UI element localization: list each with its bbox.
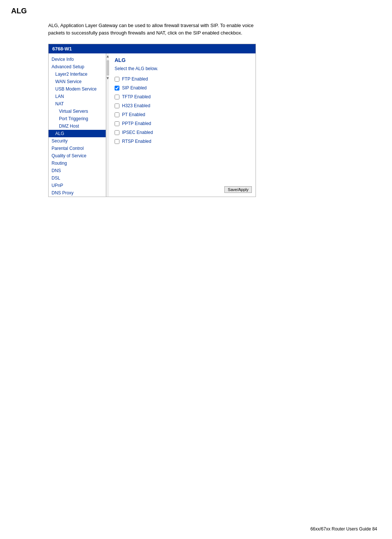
sidebar-item-quality-of-service[interactable]: Quality of Service <box>49 152 106 160</box>
checkbox-label-pt-enabled: PT Enabled <box>122 112 145 117</box>
main-content: ALG Select the ALG below. FTP EnabledSIP… <box>109 53 256 197</box>
content-subtitle: Select the ALG below. <box>115 66 250 71</box>
sidebar-item-device-info[interactable]: Device Info <box>49 56 106 63</box>
checkbox-label-ftp-enabled: FTP Enabled <box>122 76 148 82</box>
sidebar-item-dns-proxy[interactable]: DNS Proxy <box>49 189 106 197</box>
checkbox-row-pptp-enabled: PPTP Enabled <box>115 121 250 126</box>
router-header: 6768-W1 <box>49 44 256 53</box>
sidebar-item-advanced-setup[interactable]: Advanced Setup <box>49 63 106 70</box>
save-apply-button[interactable]: Save/Apply <box>224 186 252 193</box>
checkbox-h323-enabled[interactable] <box>115 103 119 108</box>
checkbox-label-pptp-enabled: PPTP Enabled <box>122 121 151 126</box>
scroll-thumb[interactable] <box>107 60 109 75</box>
sidebar-item-usb-modem-service[interactable]: USB Modem Service <box>49 85 106 93</box>
sidebar-scrollbar[interactable]: ▲ ▼ <box>106 53 109 197</box>
checkbox-label-sip-enabled: SIP Enabled <box>122 85 147 91</box>
checkbox-label-ipsec-enabled: IPSEC Enabled <box>122 130 153 135</box>
checkbox-pptp-enabled[interactable] <box>115 121 119 126</box>
router-frame: 6768-W1 Device InfoAdvanced SetupLayer2 … <box>48 44 256 197</box>
sidebar-item-upnp[interactable]: UPnP <box>49 182 106 189</box>
checkbox-rtsp-enabled[interactable] <box>115 139 119 144</box>
sidebar: Device InfoAdvanced SetupLayer2 Interfac… <box>49 53 106 197</box>
checkbox-row-ftp-enabled: FTP Enabled <box>115 76 250 82</box>
content-title: ALG <box>115 57 250 63</box>
description-line1: ALG, Application Layer Gateway can be us… <box>48 23 254 28</box>
sidebar-item-virtual-servers[interactable]: Virtual Servers <box>49 108 106 115</box>
checkbox-ftp-enabled[interactable] <box>115 77 119 82</box>
checkbox-label-tftp-enabled: TFTP Enabled <box>122 94 151 99</box>
checkbox-sip-enabled[interactable] <box>115 86 119 91</box>
sidebar-item-nat[interactable]: NAT <box>49 100 106 108</box>
checkbox-row-ipsec-enabled: IPSEC Enabled <box>115 130 250 135</box>
sidebar-item-security[interactable]: Security <box>49 137 106 145</box>
sidebar-item-wan-service[interactable]: WAN Service <box>49 78 106 85</box>
description: ALG, Application Layer Gateway can be us… <box>0 18 315 44</box>
checkbox-tftp-enabled[interactable] <box>115 95 119 99</box>
checkbox-row-tftp-enabled: TFTP Enabled <box>115 94 250 99</box>
footer: 66xx/67xx Router Users Guide 84 <box>310 526 377 532</box>
sidebar-item-routing[interactable]: Routing <box>49 160 106 167</box>
checkbox-label-h323-enabled: H323 Enabled <box>122 103 150 108</box>
checkbox-pt-enabled[interactable] <box>115 112 119 117</box>
checkbox-row-rtsp-enabled: RTSP Enabled <box>115 139 250 144</box>
checkbox-ipsec-enabled[interactable] <box>115 130 119 135</box>
checkbox-row-sip-enabled: SIP Enabled <box>115 85 250 91</box>
sidebar-item-alg[interactable]: ALG <box>49 130 106 137</box>
sidebar-item-layer2-interface[interactable]: Layer2 Interface <box>49 70 106 78</box>
sidebar-item-port-triggering[interactable]: Port Triggering <box>49 115 106 122</box>
description-line2: packets to successfully pass through fir… <box>48 30 242 36</box>
checkbox-list: FTP EnabledSIP EnabledTFTP EnabledH323 E… <box>115 76 250 144</box>
sidebar-item-lan[interactable]: LAN <box>49 93 106 100</box>
sidebar-item-dmz-host[interactable]: DMZ Host <box>49 122 106 130</box>
sidebar-item-dsl[interactable]: DSL <box>49 174 106 182</box>
checkbox-row-h323-enabled: H323 Enabled <box>115 103 250 108</box>
checkbox-label-rtsp-enabled: RTSP Enabled <box>122 139 151 144</box>
page-title: ALG <box>0 0 392 18</box>
sidebar-item-dns[interactable]: DNS <box>49 167 106 174</box>
sidebar-item-parental-control[interactable]: Parental Control <box>49 145 106 152</box>
checkbox-row-pt-enabled: PT Enabled <box>115 112 250 117</box>
